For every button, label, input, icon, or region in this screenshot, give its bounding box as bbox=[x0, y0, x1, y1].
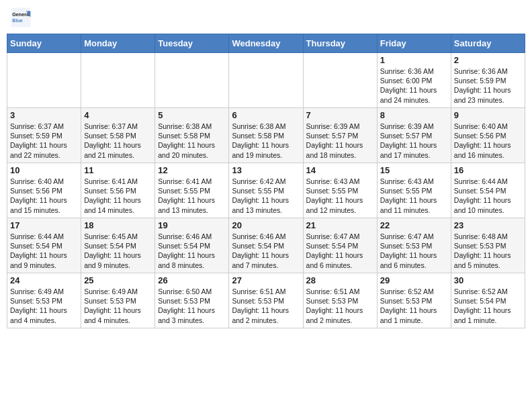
day-info: Sunset: 5:57 PM bbox=[380, 131, 448, 140]
calendar-cell: 18Sunrise: 6:45 AMSunset: 5:54 PMDayligh… bbox=[81, 218, 155, 273]
calendar-cell: 6Sunrise: 6:38 AMSunset: 5:58 PMDaylight… bbox=[229, 108, 303, 163]
day-info: Daylight: 11 hours and 4 minutes. bbox=[84, 306, 152, 324]
day-info: Daylight: 11 hours and 9 minutes. bbox=[10, 250, 78, 269]
day-info: Sunset: 5:53 PM bbox=[158, 296, 226, 306]
calendar-cell: 12Sunrise: 6:41 AMSunset: 5:55 PMDayligh… bbox=[155, 163, 229, 218]
calendar-cell: 21Sunrise: 6:47 AMSunset: 5:54 PMDayligh… bbox=[303, 218, 377, 273]
svg-text:Blue: Blue bbox=[12, 17, 23, 24]
day-info: Daylight: 11 hours and 16 minutes. bbox=[454, 140, 522, 159]
calendar-cell: 20Sunrise: 6:46 AMSunset: 5:54 PMDayligh… bbox=[229, 218, 303, 273]
day-info: Sunrise: 6:38 AM bbox=[232, 122, 300, 131]
day-info: Sunrise: 6:43 AM bbox=[380, 177, 448, 186]
calendar-cell: 13Sunrise: 6:42 AMSunset: 5:55 PMDayligh… bbox=[229, 163, 303, 218]
day-number: 26 bbox=[158, 275, 226, 285]
header-day: Thursday bbox=[303, 34, 377, 53]
day-info: Sunrise: 6:38 AM bbox=[158, 122, 226, 131]
day-info: Sunset: 5:54 PM bbox=[232, 241, 300, 250]
day-info: Sunset: 5:57 PM bbox=[306, 131, 374, 140]
logo-icon: General Blue bbox=[10, 7, 32, 28]
day-info: Daylight: 11 hours and 6 minutes. bbox=[380, 250, 448, 269]
day-info: Daylight: 11 hours and 9 minutes. bbox=[84, 250, 152, 269]
day-number: 12 bbox=[158, 165, 226, 175]
day-info: Daylight: 11 hours and 24 minutes. bbox=[380, 85, 448, 104]
day-info: Sunrise: 6:52 AM bbox=[454, 287, 522, 296]
day-info: Sunrise: 6:39 AM bbox=[380, 122, 448, 131]
day-number: 24 bbox=[10, 275, 78, 285]
day-info: Sunset: 5:56 PM bbox=[454, 131, 522, 140]
calendar-cell: 26Sunrise: 6:50 AMSunset: 5:53 PMDayligh… bbox=[155, 273, 229, 328]
day-number: 25 bbox=[84, 275, 152, 285]
day-number: 14 bbox=[306, 165, 374, 175]
day-info: Daylight: 11 hours and 15 minutes. bbox=[10, 195, 78, 214]
day-info: Sunrise: 6:50 AM bbox=[158, 287, 226, 296]
calendar-header: SundayMondayTuesdayWednesdayThursdayFrid… bbox=[7, 34, 525, 53]
day-info: Daylight: 11 hours and 1 minute. bbox=[454, 306, 522, 324]
day-info: Daylight: 11 hours and 5 minutes. bbox=[454, 250, 522, 269]
day-number: 23 bbox=[454, 220, 522, 230]
calendar-cell: 25Sunrise: 6:49 AMSunset: 5:53 PMDayligh… bbox=[81, 273, 155, 328]
day-info: Sunrise: 6:41 AM bbox=[158, 177, 226, 186]
day-info: Sunrise: 6:51 AM bbox=[306, 287, 374, 296]
day-info: Daylight: 11 hours and 19 minutes. bbox=[232, 140, 300, 159]
day-info: Sunset: 5:53 PM bbox=[306, 296, 374, 306]
calendar-week: 3Sunrise: 6:37 AMSunset: 5:59 PMDaylight… bbox=[7, 108, 525, 163]
calendar-cell: 23Sunrise: 6:48 AMSunset: 5:53 PMDayligh… bbox=[451, 218, 525, 273]
day-info: Sunrise: 6:43 AM bbox=[306, 177, 374, 186]
calendar-cell bbox=[7, 53, 81, 108]
day-number: 7 bbox=[306, 110, 374, 120]
day-info: Sunrise: 6:40 AM bbox=[454, 122, 522, 131]
day-info: Daylight: 11 hours and 1 minute. bbox=[380, 306, 448, 324]
day-info: Sunrise: 6:44 AM bbox=[10, 232, 78, 241]
day-number: 1 bbox=[380, 55, 448, 65]
day-info: Sunset: 5:53 PM bbox=[380, 241, 448, 250]
header-day: Monday bbox=[81, 34, 155, 53]
calendar-cell bbox=[303, 53, 377, 108]
day-info: Sunset: 5:58 PM bbox=[84, 131, 152, 140]
day-info: Sunrise: 6:45 AM bbox=[84, 232, 152, 241]
day-info: Sunset: 5:56 PM bbox=[10, 186, 78, 195]
day-info: Sunset: 5:55 PM bbox=[306, 186, 374, 195]
calendar-week: 1Sunrise: 6:36 AMSunset: 6:00 PMDaylight… bbox=[7, 53, 525, 108]
calendar-cell: 4Sunrise: 6:37 AMSunset: 5:58 PMDaylight… bbox=[81, 108, 155, 163]
day-info: Daylight: 11 hours and 11 minutes. bbox=[380, 195, 448, 214]
day-info: Daylight: 11 hours and 7 minutes. bbox=[232, 250, 300, 269]
calendar-cell: 15Sunrise: 6:43 AMSunset: 5:55 PMDayligh… bbox=[377, 163, 451, 218]
day-info: Sunrise: 6:37 AM bbox=[10, 122, 78, 131]
day-info: Daylight: 11 hours and 6 minutes. bbox=[306, 250, 374, 269]
calendar-cell: 11Sunrise: 6:41 AMSunset: 5:56 PMDayligh… bbox=[81, 163, 155, 218]
day-info: Sunset: 5:53 PM bbox=[10, 296, 78, 306]
day-info: Sunset: 5:55 PM bbox=[380, 186, 448, 195]
day-number: 16 bbox=[454, 165, 522, 175]
calendar-cell bbox=[81, 53, 155, 108]
day-info: Sunset: 5:53 PM bbox=[84, 296, 152, 306]
day-number: 18 bbox=[84, 220, 152, 230]
calendar-cell: 29Sunrise: 6:52 AMSunset: 5:53 PMDayligh… bbox=[377, 273, 451, 328]
day-info: Sunset: 5:54 PM bbox=[10, 241, 78, 250]
day-info: Daylight: 11 hours and 14 minutes. bbox=[84, 195, 152, 214]
day-info: Sunset: 6:00 PM bbox=[380, 76, 448, 85]
day-number: 5 bbox=[158, 110, 226, 120]
day-info: Daylight: 11 hours and 22 minutes. bbox=[10, 140, 78, 159]
day-info: Sunset: 5:54 PM bbox=[84, 241, 152, 250]
day-info: Sunrise: 6:40 AM bbox=[10, 177, 78, 186]
day-info: Daylight: 11 hours and 2 minutes. bbox=[232, 306, 300, 324]
day-info: Sunset: 5:54 PM bbox=[158, 241, 226, 250]
day-info: Sunset: 5:54 PM bbox=[454, 296, 522, 306]
day-number: 3 bbox=[10, 110, 78, 120]
day-number: 29 bbox=[380, 275, 448, 285]
day-info: Sunset: 5:59 PM bbox=[10, 131, 78, 140]
day-info: Daylight: 11 hours and 12 minutes. bbox=[306, 195, 374, 214]
day-info: Sunrise: 6:47 AM bbox=[306, 232, 374, 241]
calendar-cell: 17Sunrise: 6:44 AMSunset: 5:54 PMDayligh… bbox=[7, 218, 81, 273]
day-number: 9 bbox=[454, 110, 522, 120]
calendar-cell: 24Sunrise: 6:49 AMSunset: 5:53 PMDayligh… bbox=[7, 273, 81, 328]
day-info: Daylight: 11 hours and 2 minutes. bbox=[306, 306, 374, 324]
day-info: Daylight: 11 hours and 13 minutes. bbox=[232, 195, 300, 214]
day-info: Sunrise: 6:46 AM bbox=[232, 232, 300, 241]
calendar-cell: 1Sunrise: 6:36 AMSunset: 6:00 PMDaylight… bbox=[377, 53, 451, 108]
day-number: 11 bbox=[84, 165, 152, 175]
header-day: Saturday bbox=[451, 34, 525, 53]
day-info: Sunset: 5:58 PM bbox=[158, 131, 226, 140]
day-info: Sunset: 5:53 PM bbox=[232, 296, 300, 306]
day-info: Sunrise: 6:36 AM bbox=[380, 66, 448, 76]
